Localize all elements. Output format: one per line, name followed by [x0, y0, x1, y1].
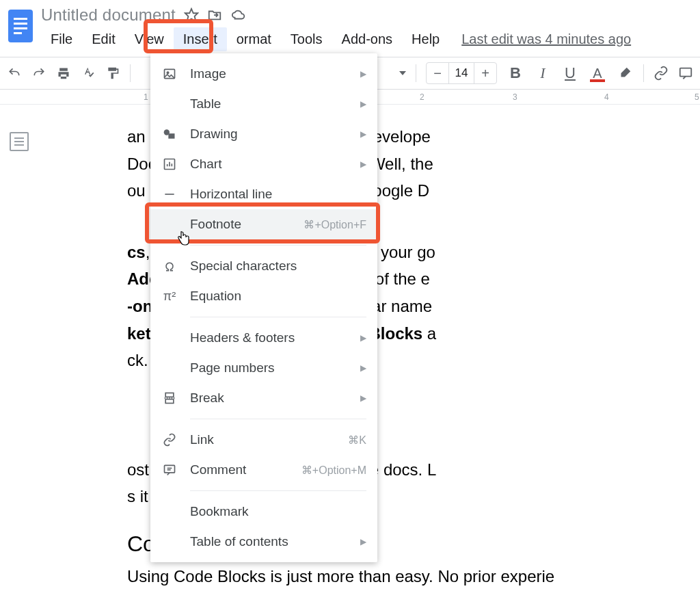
ruler-mark: 4 — [604, 92, 609, 102]
insert-comment-icon[interactable] — [678, 66, 693, 81]
omega-icon — [161, 258, 178, 274]
menu-item-special-characters[interactable]: Special characters — [150, 251, 377, 281]
font-size-control: − 14 + — [426, 62, 497, 84]
spellcheck-icon[interactable] — [81, 66, 96, 81]
menu-label: Image — [190, 66, 360, 81]
svg-rect-0 — [8, 10, 33, 42]
menu-item-drawing[interactable]: Drawing ▶ — [150, 119, 377, 149]
cloud-status-icon[interactable] — [230, 8, 247, 23]
menu-item-link[interactable]: Link ⌘K — [150, 425, 377, 455]
ruler-mark: 2 — [420, 92, 425, 102]
submenu-arrow-icon: ▶ — [360, 393, 366, 403]
outline-panel — [0, 105, 38, 606]
menu-label: Drawing — [190, 127, 360, 142]
document-title[interactable]: Untitled document — [41, 5, 176, 25]
body-text: a — [422, 324, 436, 343]
shortcut-label: ⌘+Option+M — [301, 464, 366, 477]
menu-view[interactable]: View — [125, 27, 174, 51]
menu-label: Break — [190, 391, 360, 406]
menu-format[interactable]: ormat — [227, 27, 281, 51]
ruler-mark: 3 — [513, 92, 517, 102]
italic-button[interactable]: I — [534, 64, 552, 82]
font-size-value[interactable]: 14 — [448, 63, 474, 83]
svg-rect-3 — [14, 27, 27, 29]
undo-icon[interactable] — [7, 66, 22, 81]
menu-divider — [190, 317, 366, 317]
styles-dropdown[interactable] — [399, 71, 406, 75]
star-icon[interactable] — [184, 8, 199, 23]
menu-label: Chart — [190, 157, 360, 172]
link-icon — [161, 432, 178, 448]
menu-item-break[interactable]: Break ▶ — [150, 383, 377, 413]
menu-label: Page numbers — [190, 360, 360, 376]
font-size-decrease[interactable]: − — [427, 63, 448, 83]
menu-item-image[interactable]: Image ▶ — [150, 59, 377, 89]
menu-label: Special characters — [190, 259, 366, 274]
highlight-button[interactable] — [616, 64, 634, 82]
menu-item-comment[interactable]: Comment ⌘+Option+M — [150, 455, 377, 485]
svg-rect-10 — [168, 133, 174, 139]
body-text: cs — [127, 243, 146, 261]
print-icon[interactable] — [56, 66, 71, 81]
footnote-icon — [161, 216, 178, 233]
menu-item-table-of-contents[interactable]: Table of contents ▶ — [150, 527, 377, 557]
bold-button[interactable]: B — [507, 64, 524, 82]
break-icon — [161, 390, 178, 406]
menu-tools[interactable]: Tools — [281, 27, 332, 51]
svg-rect-16 — [165, 465, 175, 473]
menu-item-page-numbers[interactable]: Page numbers ▶ — [150, 353, 377, 383]
menu-item-bookmark[interactable]: Bookmark — [150, 497, 377, 527]
menu-item-equation[interactable]: π² Equation — [150, 281, 377, 311]
submenu-arrow-icon: ▶ — [360, 129, 366, 139]
ruler-mark: 5 — [695, 92, 699, 102]
svg-point-8 — [167, 72, 169, 74]
menu-bar: File Edit View Insert ormat Tools Add-on… — [41, 25, 700, 57]
menu-edit[interactable]: Edit — [82, 27, 124, 51]
redo-icon[interactable] — [31, 66, 46, 81]
svg-rect-4 — [14, 32, 22, 34]
menu-file[interactable]: File — [41, 27, 82, 51]
menu-insert[interactable]: Insert — [174, 27, 227, 51]
submenu-arrow-icon: ▶ — [360, 69, 366, 79]
move-folder-icon[interactable] — [207, 8, 222, 23]
text-color-button[interactable]: A — [589, 64, 606, 82]
svg-rect-1 — [14, 18, 27, 20]
chart-icon — [161, 156, 178, 172]
font-size-increase[interactable]: + — [474, 63, 496, 83]
menu-label: Comment — [190, 462, 301, 477]
paint-format-icon[interactable] — [105, 66, 120, 81]
outline-toggle-icon[interactable] — [10, 132, 29, 151]
shortcut-label: ⌘+Option+F — [304, 218, 366, 231]
menu-item-headers-footers[interactable]: Headers & footers ▶ — [150, 323, 377, 353]
docs-logo[interactable] — [5, 7, 36, 45]
app-header: Untitled document File Edit View Insert … — [0, 0, 700, 57]
menu-label: Table — [190, 96, 360, 111]
insert-link-icon[interactable] — [654, 66, 669, 81]
body-text: is just more than easy. No prior experie — [266, 567, 554, 585]
insert-menu-dropdown: Image ▶ Table ▶ Drawing ▶ Chart ▶ Horizo… — [150, 53, 377, 562]
menu-label: Bookmark — [190, 504, 366, 519]
menu-label: Table of contents — [190, 534, 360, 549]
last-edit-link[interactable]: Last edit was 4 minutes ago — [461, 27, 631, 51]
submenu-arrow-icon: ▶ — [360, 99, 366, 109]
menu-item-chart[interactable]: Chart ▶ — [150, 149, 377, 179]
image-icon — [161, 66, 178, 82]
svg-rect-6 — [680, 68, 692, 77]
menu-label: Headers & footers — [190, 330, 360, 345]
submenu-arrow-icon: ▶ — [360, 159, 366, 169]
menu-label: Horizontal line — [190, 187, 366, 202]
menu-help[interactable]: Help — [402, 27, 449, 51]
submenu-arrow-icon: ▶ — [360, 537, 366, 546]
svg-rect-14 — [165, 399, 174, 404]
menu-item-footnote[interactable]: Footnote ⌘+Option+F — [150, 209, 377, 239]
svg-rect-13 — [165, 393, 174, 397]
menu-item-horizontal-line[interactable]: Horizontal line — [150, 179, 377, 209]
menu-addons[interactable]: Add-ons — [332, 27, 403, 51]
menu-divider — [190, 419, 366, 419]
menu-divider — [190, 490, 366, 491]
pi-icon: π² — [161, 288, 178, 304]
underline-button[interactable]: U — [561, 64, 579, 82]
menu-label: Footnote — [190, 217, 304, 232]
menu-item-table[interactable]: Table ▶ — [150, 89, 377, 119]
horizontal-line-icon — [161, 186, 178, 202]
